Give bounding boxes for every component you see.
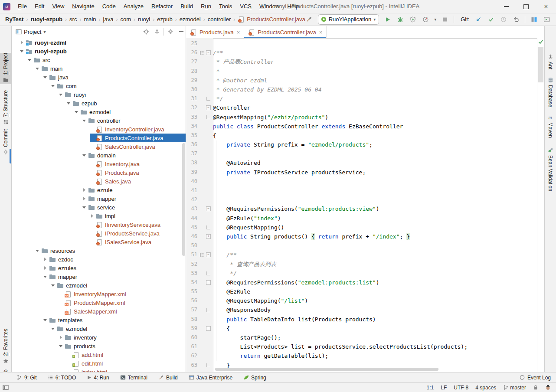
tree-expanded-icon[interactable]: [82, 118, 87, 123]
code-line-32[interactable]: 32−@Controller: [186, 103, 537, 112]
tree-item-edit-html[interactable]: Hedit.html: [12, 359, 186, 368]
bottom-bar-terminal[interactable]: Terminal: [120, 375, 147, 381]
menu-tools[interactable]: Tools: [215, 0, 236, 13]
fold-end-icon[interactable]: [205, 308, 212, 312]
close-button[interactable]: ×: [536, 0, 556, 13]
toolwindow-button-1-project[interactable]: 1: Project: [0, 53, 11, 84]
tree-collapsed-icon[interactable]: [82, 188, 87, 193]
fold-end-icon[interactable]: [205, 225, 212, 229]
bottom-bar-spring[interactable]: Spring: [243, 375, 266, 381]
profiler-button[interactable]: [422, 15, 429, 24]
tree-expanded-icon[interactable]: [59, 92, 63, 97]
project-view-chevron-icon[interactable]: ▾: [43, 29, 46, 34]
menu-file[interactable]: File: [14, 0, 31, 13]
breadcrumb-ruoyi-ezpub[interactable]: ruoyi-ezpub: [30, 16, 62, 23]
collapse-all-button[interactable]: [153, 27, 161, 36]
tree-collapsed-icon[interactable]: [59, 335, 63, 340]
code-line-44[interactable]: 44 @EzRule("index"): [186, 214, 537, 223]
toolwindow-button-maven[interactable]: mMaven: [545, 114, 556, 143]
tree-expanded-icon[interactable]: [51, 84, 56, 88]
tree-collapsed-icon[interactable]: [82, 196, 87, 201]
tree-item-ezdoc[interactable]: ezdoc: [12, 255, 186, 264]
tree-expanded-icon[interactable]: [74, 110, 79, 114]
tree-item-salesmapper-xml[interactable]: <>SalesMapper.xml: [12, 307, 186, 316]
minimize-button[interactable]: [496, 0, 516, 13]
code-line-61[interactable]: 61 List<Products> list = productsService…: [186, 342, 537, 351]
tree-item-ezmodel[interactable]: ezmodel: [12, 324, 186, 333]
hide-panel-button[interactable]: [177, 27, 186, 36]
inspections-ok-icon[interactable]: [538, 39, 544, 45]
breadcrumb-ezpub[interactable]: ezpub: [157, 16, 172, 23]
build-hammer-button[interactable]: [305, 15, 313, 24]
tree-item-index-html[interactable]: Hindex.html: [12, 368, 186, 372]
tree-expanded-icon[interactable]: [51, 283, 56, 288]
code-line-54[interactable]: 54− @RequiresPermissions("ezmodel:produc…: [186, 278, 537, 287]
fold-collapse-icon[interactable]: −: [205, 326, 212, 331]
code-line-62[interactable]: 62 return getDataTable(list);: [186, 351, 537, 360]
menu-code[interactable]: Code: [98, 0, 120, 13]
fold-end-icon[interactable]: [205, 271, 212, 275]
code-line-60[interactable]: 60 startPage();: [186, 333, 537, 342]
code-line-29[interactable]: 29 * @author ezdml: [186, 76, 537, 85]
bottom-bar-6-todo[interactable]: 6: TODO: [48, 375, 76, 381]
editor-tab-products-java[interactable]: Products.java×: [186, 26, 244, 38]
code-line-25[interactable]: 25: [186, 39, 537, 48]
code-line-30[interactable]: 30 * Generated by EZDML 2025-06-04: [186, 85, 537, 94]
status-widget-1-1[interactable]: 1:1: [427, 385, 434, 391]
tree-item-impl[interactable]: impl: [12, 212, 186, 220]
code-line-39[interactable]: 39 private IProductsService productsServ…: [186, 168, 537, 177]
tree-item-add-html[interactable]: Hadd.html: [12, 350, 186, 359]
tree-expanded-icon[interactable]: [82, 153, 87, 158]
run-config-select[interactable]: RuoYiApplication ▾: [318, 14, 379, 25]
code-line-35[interactable]: 35{: [186, 131, 537, 140]
changes-diff-button[interactable]: [530, 15, 538, 24]
bottom-bar-build[interactable]: Build: [158, 375, 178, 381]
menu-build[interactable]: Build: [177, 0, 197, 13]
code-line-33[interactable]: 33@RequestMapping("/ezbiz/products"): [186, 113, 537, 122]
tree-item-products-java[interactable]: Products.java: [12, 168, 186, 177]
project-panel-title[interactable]: Project: [24, 29, 41, 35]
breadcrumb-src[interactable]: src: [69, 16, 77, 23]
toolwindow-button-database[interactable]: Database: [545, 77, 556, 112]
history-button[interactable]: [500, 15, 507, 24]
code-line-56[interactable]: 56 @RequestMapping("/list"): [186, 296, 537, 305]
locate-file-button[interactable]: [142, 27, 150, 36]
tree-item-salescontroller-java[interactable]: SalesController.java: [12, 142, 186, 151]
menu-analyze[interactable]: Analyze: [120, 0, 147, 13]
commit-button[interactable]: [487, 15, 495, 24]
bottom-bar-4-run[interactable]: 4: Run: [87, 375, 109, 381]
tree-item-ruoyi[interactable]: ruoyi: [12, 90, 186, 99]
tree-collapsed-icon[interactable]: [90, 214, 95, 219]
fold-collapse-icon[interactable]: −: [205, 206, 212, 211]
code-line-26[interactable]: 26−/**: [186, 48, 537, 57]
breadcrumb-rytest[interactable]: RyTest: [5, 16, 23, 23]
tree-item-resources[interactable]: resources: [12, 246, 186, 255]
code-line-37[interactable]: 37: [186, 149, 537, 158]
tree-expanded-icon[interactable]: [51, 327, 56, 331]
breadcrumb-ezmodel[interactable]: ezmodel: [180, 16, 201, 23]
tree-item-src[interactable]: src: [12, 56, 186, 64]
tree-expanded-icon[interactable]: [82, 205, 87, 210]
run-anything-button[interactable]: [543, 15, 550, 24]
toolwindow-button-7-structure[interactable]: 7: Structure: [0, 90, 11, 124]
tree-item-products[interactable]: products: [12, 342, 186, 350]
fold-expand-icon[interactable]: +: [205, 234, 212, 239]
tree-item-sales-java[interactable]: Sales.java: [12, 177, 186, 186]
event-log-button[interactable]: Event Log: [519, 375, 551, 381]
code-line-40[interactable]: 40: [186, 177, 537, 186]
fold-end-icon[interactable]: [205, 115, 212, 119]
code-line-36[interactable]: 36 private String prefix = "ezmodel/prod…: [186, 140, 537, 149]
tree-item-ezrules[interactable]: ezrules: [12, 264, 186, 272]
tree-item-productscontroller-java[interactable]: ProductsController.java: [12, 134, 186, 142]
tree-expanded-icon[interactable]: [43, 75, 48, 80]
tree-collapsed-icon[interactable]: [43, 257, 48, 262]
toolwindow-toggle-icon[interactable]: [3, 385, 9, 390]
tree-item-ezmodel[interactable]: ezmodel: [12, 281, 186, 290]
editor-hscrollbar[interactable]: [215, 368, 438, 371]
tree-item-controller[interactable]: controller: [12, 116, 186, 125]
code-line-51[interactable]: 51− /**: [186, 250, 537, 259]
toolwindow-button-bean-validation[interactable]: Bean Validation: [545, 147, 556, 206]
breadcrumb-ruoyi[interactable]: ruoyi: [138, 16, 150, 23]
menu-edit[interactable]: Edit: [31, 0, 48, 13]
settings-gear-button[interactable]: [166, 27, 175, 36]
